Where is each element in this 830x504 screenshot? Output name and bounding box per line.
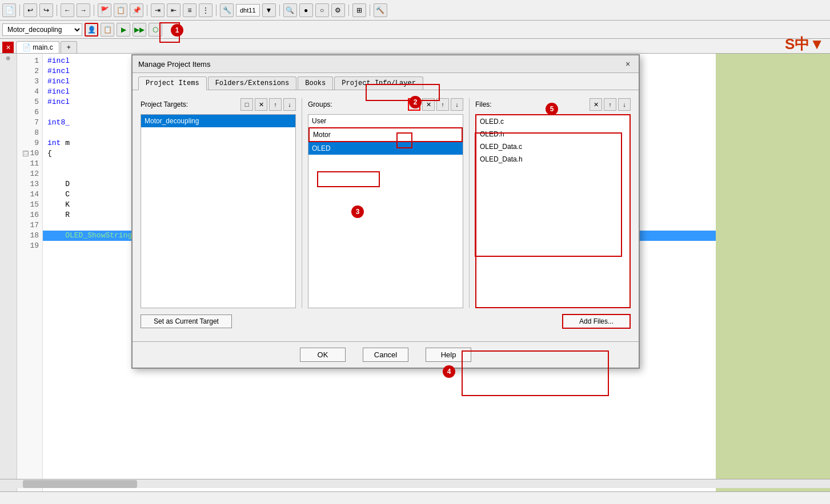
dialog-columns: Project Targets: □ ✕ ↑ ↓ Motor_decouplin… <box>141 98 631 308</box>
groups-label: Groups: <box>308 100 406 108</box>
dialog-tab-books[interactable]: Books <box>298 76 333 90</box>
annotation-4: 4 <box>443 365 455 378</box>
groups-up-btn[interactable]: ↑ <box>436 98 449 111</box>
targets-header: Project Targets: □ ✕ ↑ ↓ <box>141 98 296 111</box>
targets-new-btn[interactable]: □ <box>240 98 253 111</box>
file-item-oled-h[interactable]: OLED.h <box>476 128 629 140</box>
sougou-icon: S中▼ <box>785 34 824 54</box>
annotation-5: 5 <box>546 103 558 115</box>
annotation-2: 2 <box>409 96 422 108</box>
file-item-oled-c[interactable]: OLED.c <box>476 115 629 128</box>
files-del-btn[interactable]: ✕ <box>590 98 602 111</box>
cancel-btn[interactable]: Cancel <box>363 348 408 362</box>
dialog-tab-project-items[interactable]: Project Items <box>138 76 207 90</box>
target-item-motor[interactable]: Motor_decoupling <box>141 115 295 127</box>
col-files: Files: ✕ ↑ ↓ OLED.c OLED.h OLED_Data.c O… <box>470 98 631 308</box>
files-up-btn[interactable]: ↑ <box>604 98 616 111</box>
dialog-title-bar: Manage Project Items × <box>133 55 639 73</box>
annotation-3: 3 <box>351 205 364 218</box>
bottom-left: Set as Current Target <box>141 315 263 328</box>
file-item-oled-data-c[interactable]: OLED_Data.c <box>476 140 629 153</box>
files-label: Files: <box>475 100 588 108</box>
targets-del-btn[interactable]: ✕ <box>255 98 267 111</box>
dialog-content: Project Targets: □ ✕ ↑ ↓ Motor_decouplin… <box>133 90 639 341</box>
dialog-title: Manage Project Items <box>138 60 210 68</box>
dialog-overlay: Manage Project Items × Project Items Fol… <box>0 0 830 504</box>
help-btn[interactable]: Help <box>426 348 471 362</box>
dialog-tab-project-info[interactable]: Project Info/Layer <box>334 76 423 90</box>
dialog-tabs: Project Items Folders/Extensions Books P… <box>133 73 639 90</box>
groups-header: Groups: □ ✕ ↑ ↓ <box>308 98 463 111</box>
col-groups: Groups: □ ✕ ↑ ↓ User Motor OLED <box>302 98 470 308</box>
group-item-user[interactable]: User <box>308 115 463 127</box>
dialog-footer-buttons: OK Cancel Help <box>133 341 639 368</box>
dialog-tab-folders[interactable]: Folders/Extensions <box>208 76 297 90</box>
groups-list[interactable]: User Motor OLED <box>308 114 463 308</box>
set-target-btn[interactable]: Set as Current Target <box>141 315 232 328</box>
add-files-btn[interactable]: Add Files... <box>562 314 631 329</box>
col-targets: Project Targets: □ ✕ ↑ ↓ Motor_decouplin… <box>141 98 302 308</box>
targets-down-btn[interactable]: ↓ <box>283 98 296 111</box>
files-down-btn[interactable]: ↓ <box>618 98 631 111</box>
ok-btn[interactable]: OK <box>300 348 346 362</box>
targets-list[interactable]: Motor_decoupling <box>141 114 296 308</box>
groups-down-btn[interactable]: ↓ <box>451 98 463 111</box>
targets-label: Project Targets: <box>141 100 239 108</box>
annotation-1: 1 <box>171 24 183 37</box>
group-item-oled[interactable]: OLED <box>308 142 463 155</box>
dialog-close-btn[interactable]: × <box>623 59 633 69</box>
group-item-motor[interactable]: Motor <box>308 127 463 142</box>
bottom-right: Add Files... <box>386 314 631 329</box>
groups-del-btn[interactable]: ✕ <box>422 98 435 111</box>
manage-project-dialog: Manage Project Items × Project Items Fol… <box>131 54 640 369</box>
targets-up-btn[interactable]: ↑ <box>269 98 282 111</box>
bottom-row: Set as Current Target Add Files... <box>141 314 631 333</box>
file-item-oled-data-h[interactable]: OLED_Data.h <box>476 153 629 166</box>
files-list[interactable]: OLED.c OLED.h OLED_Data.c OLED_Data.h <box>475 114 631 308</box>
